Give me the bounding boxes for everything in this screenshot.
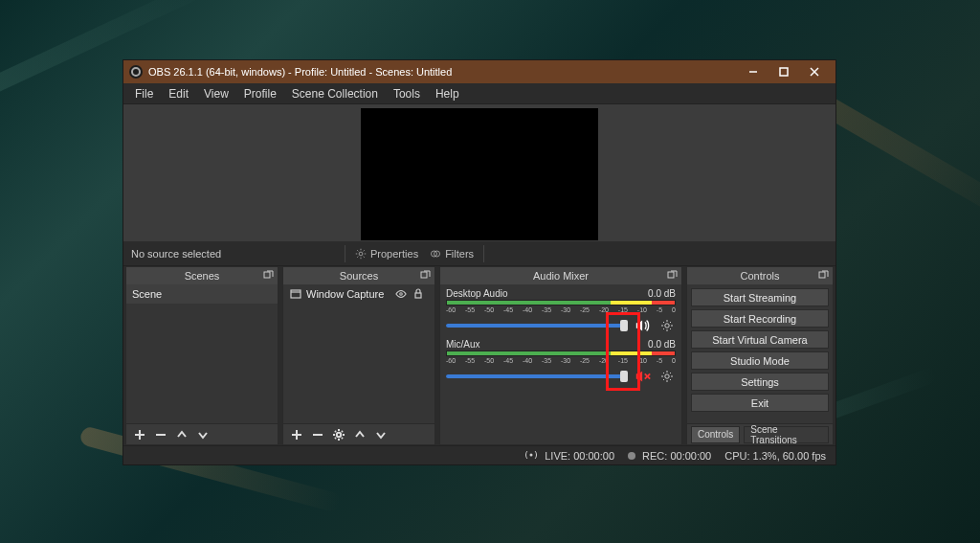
controls-footer: Controls Scene Transitions [687,423,833,444]
record-dot-icon [628,452,635,460]
svg-point-21 [665,324,669,328]
lock-icon[interactable] [412,288,425,300]
close-button[interactable] [799,60,830,83]
audio-meter [446,351,676,356]
mute-button[interactable] [632,316,655,335]
divider [483,245,484,262]
speaker-icon [635,319,652,332]
controls-title: Controls [741,270,780,282]
popout-icon[interactable] [262,270,274,282]
start-recording-button[interactable]: Start Recording [691,309,829,328]
minimize-button[interactable] [738,60,768,83]
svg-point-4 [359,252,363,256]
visibility-icon[interactable] [394,288,408,300]
source-item[interactable]: Window Capture [283,284,434,304]
mixer-title: Audio Mixer [533,270,589,282]
audio-meter [446,300,676,305]
source-properties-button[interactable] [329,425,348,444]
svg-point-14 [400,293,403,296]
svg-point-26 [530,453,533,456]
preview-canvas[interactable] [361,108,598,240]
no-source-label: No source selected [123,248,341,260]
scenes-header[interactable]: Scenes [126,267,278,284]
menu-help[interactable]: Help [428,85,467,102]
svg-rect-20 [668,272,674,278]
audio-track-mic: Mic/Aux 0.0 dB -60-55 -50-45 -40-35 -30-… [446,339,676,386]
tab-controls[interactable]: Controls [691,426,740,443]
tab-scene-transitions[interactable]: Scene Transitions [744,426,829,443]
sources-panel: Sources Window Capture [282,266,435,445]
add-source-button[interactable] [287,425,306,444]
add-scene-button[interactable] [130,425,149,444]
divider [345,245,345,262]
scenes-title: Scenes [185,270,220,282]
popout-icon[interactable] [419,270,431,282]
titlebar[interactable]: OBS 26.1.1 (64-bit, windows) - Profile: … [123,60,835,83]
remove-scene-button[interactable] [151,425,170,444]
track-db: 0.0 dB [648,288,676,299]
menu-profile[interactable]: Profile [236,85,284,102]
menu-tools[interactable]: Tools [386,85,428,102]
properties-button[interactable]: Properties [349,248,424,260]
track-db: 0.0 dB [648,339,676,350]
track-name: Mic/Aux [446,339,480,350]
speaker-muted-icon [635,370,652,383]
studio-mode-button[interactable]: Studio Mode [691,351,829,370]
sources-footer [283,423,434,444]
source-toolbar: No source selected Properties Filters [123,241,835,266]
svg-rect-15 [415,293,421,298]
track-name: Desktop Audio [446,288,508,299]
sources-title: Sources [340,270,378,282]
svg-rect-1 [780,68,788,76]
filters-label: Filters [445,248,474,260]
svg-point-24 [665,374,669,378]
controls-panel: Controls Start Streaming Start Recording… [686,266,834,445]
preview-area[interactable] [123,104,835,241]
svg-rect-7 [264,272,270,278]
source-item-label: Window Capture [306,288,384,300]
properties-label: Properties [370,248,418,260]
popout-icon[interactable] [817,270,829,282]
scenes-panel: Scenes Scene [125,266,278,445]
source-up-button[interactable] [350,425,369,444]
svg-rect-12 [291,290,301,298]
scene-item[interactable]: Scene [126,284,278,304]
gear-icon [355,248,367,260]
menubar: File Edit View Profile Scene Collection … [123,83,835,104]
mixer-header[interactable]: Audio Mixer [440,267,681,284]
panels-row: Scenes Scene Sources [123,266,835,445]
scenes-footer [126,423,278,444]
menu-file[interactable]: File [127,85,161,102]
exit-button[interactable]: Exit [691,394,829,412]
audio-mixer-panel: Audio Mixer Desktop Audio 0.0 dB -60-55 … [439,266,682,445]
svg-rect-11 [421,272,427,278]
scene-up-button[interactable] [172,425,191,444]
popout-icon[interactable] [666,270,678,282]
source-down-button[interactable] [371,425,390,444]
audio-ticks: -60-55 -50-45 -40-35 -30-25 -20-15 -10-5… [446,357,676,364]
settings-button[interactable]: Settings [691,373,829,391]
start-virtual-camera-button[interactable]: Start Virtual Camera [691,330,829,349]
track-settings-button[interactable] [658,368,676,385]
audio-ticks: -60-55 -50-45 -40-35 -30-25 -20-15 -10-5… [446,306,676,313]
svg-point-19 [337,432,341,436]
audio-track-desktop: Desktop Audio 0.0 dB -60-55 -50-45 -40-3… [446,288,676,335]
sources-header[interactable]: Sources [283,267,434,284]
filters-button[interactable]: Filters [424,248,479,260]
scene-down-button[interactable] [193,425,212,444]
maximize-button[interactable] [768,60,799,83]
scene-item-label: Scene [132,288,162,300]
menu-scene-collection[interactable]: Scene Collection [284,85,386,102]
start-streaming-button[interactable]: Start Streaming [691,288,829,306]
menu-edit[interactable]: Edit [161,85,196,102]
volume-slider[interactable] [446,324,628,328]
status-rec: REC: 00:00:00 [628,450,711,462]
controls-header[interactable]: Controls [687,267,833,284]
remove-source-button[interactable] [308,425,327,444]
window-capture-icon [289,288,302,300]
menu-view[interactable]: View [196,85,236,102]
track-settings-button[interactable] [658,317,676,334]
volume-slider[interactable] [446,374,628,378]
broadcast-icon [524,450,538,460]
mute-button[interactable] [632,367,655,386]
